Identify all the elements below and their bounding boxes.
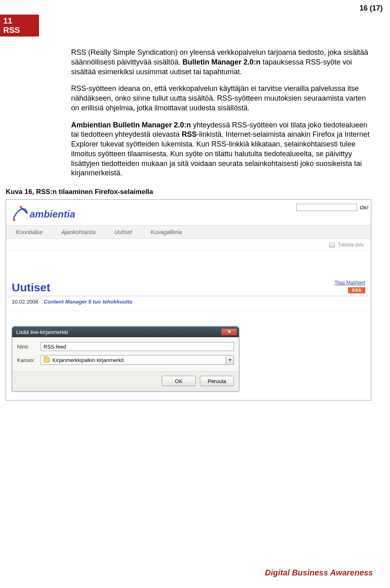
body-text: RSS (Really Simple Syndication) on yleen… <box>71 48 370 178</box>
figure-caption: Kuva 16, RSS:n tilaaminen Firefox-selaim… <box>6 188 390 196</box>
paragraph-3: Ambientian Bulletin Manager 2.0:n yhteyd… <box>71 121 370 179</box>
footer-brand: Digital Business Awareness <box>265 568 373 577</box>
ambientia-logo: ambientia <box>9 201 99 226</box>
news-heading-row: Uutiset Tilaa MailAlert RSS <box>6 279 371 296</box>
chevron-down-icon <box>225 355 234 364</box>
logo-text: ambientia <box>30 209 75 220</box>
folder-value: Kirjanmerkkipalkin kirjanmerkit <box>52 357 124 363</box>
ok-button[interactable]: OK <box>162 376 196 386</box>
folder-select[interactable]: Kirjanmerkkipalkin kirjanmerkit <box>41 355 234 365</box>
folder-label: Kansio: <box>17 357 41 363</box>
dialog-body: Nimi: Kansio: Kirjanmerkkipalkin kirjanm… <box>12 337 239 371</box>
printer-icon <box>329 243 335 248</box>
search-ok-button[interactable]: Ok! <box>360 205 368 211</box>
text-bold: Bulletin Manager 2.0:n <box>182 58 260 66</box>
dialog-name-row: Nimi: <box>17 342 234 351</box>
blank-gap <box>6 251 371 279</box>
screenshot-container: ambientia Haku Ok! Koontialue Ajankohtai… <box>6 199 371 401</box>
close-icon: ✕ <box>228 329 231 334</box>
name-input[interactable] <box>41 342 234 351</box>
site-top: ambientia Haku Ok! <box>6 200 371 226</box>
section-header: 11 RSS <box>0 15 39 37</box>
rss-badge[interactable]: RSS <box>348 287 365 293</box>
dialog-folder-row: Kansio: Kirjanmerkkipalkin kirjanmerkit <box>17 355 234 365</box>
svg-point-1 <box>20 206 22 208</box>
folder-icon <box>43 358 50 362</box>
nav-bar: Koontialue Ajankohtaista Uutiset Kuvagal… <box>6 226 371 239</box>
text-bold: Ambientian Bulletin Manager 2.0:n <box>71 121 191 129</box>
dialog-buttons: OK Peruuta <box>12 371 239 391</box>
news-heading: Uutiset <box>12 281 50 294</box>
dialog-title: Lisää live-kirjanmerkki <box>16 329 68 335</box>
add-bookmark-dialog: Lisää live-kirjanmerkki ✕ Nimi: Kansio: … <box>12 326 239 392</box>
print-row: Tulosta sivu <box>6 239 371 251</box>
nav-item-uutiset[interactable]: Uutiset <box>114 229 132 235</box>
cancel-button[interactable]: Peruuta <box>200 376 234 386</box>
nav-item-kuvagalleria[interactable]: Kuvagalleria <box>151 229 182 235</box>
mailalert-link[interactable]: Tilaa MailAlert <box>334 280 365 286</box>
svg-point-0 <box>13 219 15 221</box>
section-number: 11 <box>3 16 12 25</box>
section-title: RSS <box>3 26 20 34</box>
close-button[interactable]: ✕ <box>221 328 237 336</box>
paragraph-2: RSS-syötteen ideana on, että verkkopalve… <box>71 84 370 113</box>
text-bold: RSS <box>182 130 197 138</box>
article-row[interactable]: 10.02.2008 Content Manager 5 tuo tehokku… <box>6 296 371 311</box>
page-number: 16 (17) <box>360 4 383 13</box>
name-label: Nimi: <box>17 344 41 350</box>
nav-item-koontialue[interactable]: Koontialue <box>16 229 43 235</box>
paragraph-1: RSS (Really Simple Syndication) on yleen… <box>71 48 370 77</box>
print-link[interactable]: Tulosta sivu <box>338 242 364 248</box>
article-date: 10.02.2008 <box>12 299 38 305</box>
dialog-titlebar: Lisää live-kirjanmerkki ✕ <box>12 327 239 337</box>
nav-item-ajankohtaista[interactable]: Ajankohtaista <box>61 229 95 235</box>
search-input[interactable] <box>296 204 357 211</box>
article-title: Content Manager 5 tuo tehokkuutta <box>44 299 132 305</box>
